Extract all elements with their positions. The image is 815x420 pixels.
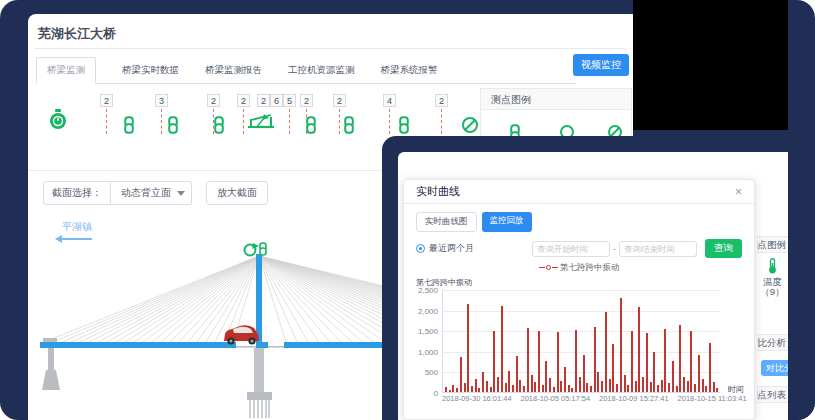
tab-system-alarm[interactable]: 桥梁系统报警 xyxy=(381,58,438,83)
temperature-count: （9） xyxy=(757,286,788,299)
sensor-count-badge: 2 xyxy=(237,94,250,107)
section-select-dropdown[interactable]: 动态背立面 xyxy=(111,181,192,205)
tab-monitor-playback[interactable]: 监控回放 xyxy=(482,212,532,232)
sensor-count-badge: 2 xyxy=(100,94,113,107)
sensor-count-badge: 2 xyxy=(333,94,346,107)
query-filter-row: 最近两个月 - 查询 xyxy=(416,239,742,258)
main-tab-bar: 桥梁监测 桥梁实时数据 桥梁监测报告 工控机资源监测 桥梁系统报警 xyxy=(36,56,576,84)
side-list-header: 测点列表 xyxy=(757,386,788,403)
tab-bridge-monitor[interactable]: 桥梁监测 xyxy=(36,57,96,84)
chart-bars xyxy=(444,290,720,392)
x-axis-name: 时间 xyxy=(728,384,744,395)
sensor-count-badge: 2 xyxy=(207,94,220,107)
truss-sensor-icon[interactable] xyxy=(247,112,275,132)
chain-link-icon[interactable] xyxy=(167,116,179,134)
chart-title: 第七跨跨中振动 xyxy=(416,277,744,288)
divider xyxy=(34,48,626,49)
rotation-sensor-icon xyxy=(245,243,260,256)
stopwatch-icon[interactable] xyxy=(48,108,68,132)
chain-link-icon[interactable] xyxy=(123,116,135,134)
sensor-drop-line xyxy=(289,109,290,134)
sensor-count-badge: 2 xyxy=(300,94,313,107)
section-select-row: 截面选择： 动态背立面 放大截面 xyxy=(43,181,268,205)
sensor-drop-line xyxy=(339,109,340,134)
chart-x-axis: 2018-09-30 16:01:442018-10-05 05:17:5420… xyxy=(442,393,744,403)
sensor-count-badge: 3 xyxy=(155,94,168,107)
chart-popup-window: 测点图例 温度 （9） 对比分析 对比分析 测点列表 实时曲线 × xyxy=(382,136,815,420)
date-range-separator: - xyxy=(613,244,616,254)
radio-label: 最近两个月 xyxy=(429,242,474,255)
sensor-count-badge: 5 xyxy=(283,94,296,107)
tab-ipc-resource[interactable]: 工控机资源监测 xyxy=(288,58,355,83)
modal-tab-bar: 实时曲线图 监控回放 xyxy=(416,212,754,232)
no-signal-icon[interactable] xyxy=(461,116,479,134)
legend-panel-title: 测点图例 xyxy=(481,89,631,110)
thermometer-icon xyxy=(767,258,778,274)
compare-analysis-button[interactable]: 对比分析 xyxy=(761,360,788,376)
tab-monitor-report[interactable]: 桥梁监测报告 xyxy=(205,58,262,83)
section-select-value: 动态背立面 xyxy=(121,187,171,198)
sensor-drop-line xyxy=(389,109,390,134)
sensor-drop-line xyxy=(161,109,162,134)
tab-realtime-curve[interactable]: 实时曲线图 xyxy=(416,212,477,232)
chart-y-axis: 2,5002,0001,5001,0005000 xyxy=(416,290,442,393)
left-arrow-icon xyxy=(62,238,92,240)
sensor-count-badge: 4 xyxy=(383,94,396,107)
query-start-time-input[interactable] xyxy=(532,241,610,257)
legend-line-icon xyxy=(552,267,558,268)
tower-foundation xyxy=(247,348,272,418)
chain-link-icon[interactable] xyxy=(343,116,355,134)
video-monitor-button[interactable]: 视频监控 xyxy=(573,54,629,76)
chevron-down-icon xyxy=(177,191,185,196)
chart-popup-content: 测点图例 温度 （9） 对比分析 对比分析 测点列表 实时曲线 × xyxy=(398,152,788,420)
query-button[interactable]: 查询 xyxy=(705,239,742,258)
sensor-count-badge: 6 xyxy=(270,94,283,107)
page-title: 芜湖长江大桥 xyxy=(38,25,116,43)
modal-header: 实时曲线 × xyxy=(404,180,754,204)
legend-line-icon xyxy=(539,267,545,268)
side-panel-strip: 测点图例 温度 （9） 对比分析 对比分析 测点列表 xyxy=(757,152,788,420)
close-icon[interactable]: × xyxy=(735,186,742,198)
chart-legend[interactable]: 第七跨跨中振动 xyxy=(404,262,754,274)
chain-link-icon[interactable] xyxy=(398,116,410,134)
chain-link-icon[interactable] xyxy=(213,116,225,134)
chain-link-icon xyxy=(260,243,266,255)
tab-realtime-data[interactable]: 桥梁实时数据 xyxy=(122,58,179,83)
direction-label: 平湖镇 xyxy=(62,220,92,234)
realtime-curve-modal: 实时曲线 × 实时曲线图 监控回放 最近两个月 - 查询 xyxy=(403,179,755,420)
sensor-count-badge: 2 xyxy=(435,94,448,107)
app-screen: 芜湖长江大桥 桥梁监测 桥梁实时数据 桥梁监测报告 工控机资源监测 桥梁系统报警… xyxy=(0,0,815,420)
sensor-drop-line xyxy=(441,109,442,134)
vibration-chart: 第七跨跨中振动 2,5002,0001,5001,0005000 2018-09… xyxy=(416,277,744,403)
query-end-time-input[interactable] xyxy=(619,241,697,257)
side-analysis-header: 对比分析 xyxy=(757,334,788,351)
chart-plot-area xyxy=(442,290,720,393)
side-legend-header: 测点图例 xyxy=(757,236,788,253)
section-select-label: 截面选择： xyxy=(43,181,111,205)
bridge-deck xyxy=(40,342,236,348)
enlarge-section-button[interactable]: 放大截面 xyxy=(206,181,268,205)
sensor-drop-line xyxy=(106,109,107,134)
sensor-count-badge: 2 xyxy=(257,94,270,107)
legend-dot-icon xyxy=(546,265,551,270)
chain-link-icon[interactable] xyxy=(305,116,317,134)
black-void-panel xyxy=(633,0,788,130)
sensor-drop-line xyxy=(243,109,244,134)
radio-last-two-months[interactable] xyxy=(416,244,425,253)
modal-title: 实时曲线 xyxy=(416,184,460,199)
legend-label: 第七跨跨中振动 xyxy=(560,262,620,272)
